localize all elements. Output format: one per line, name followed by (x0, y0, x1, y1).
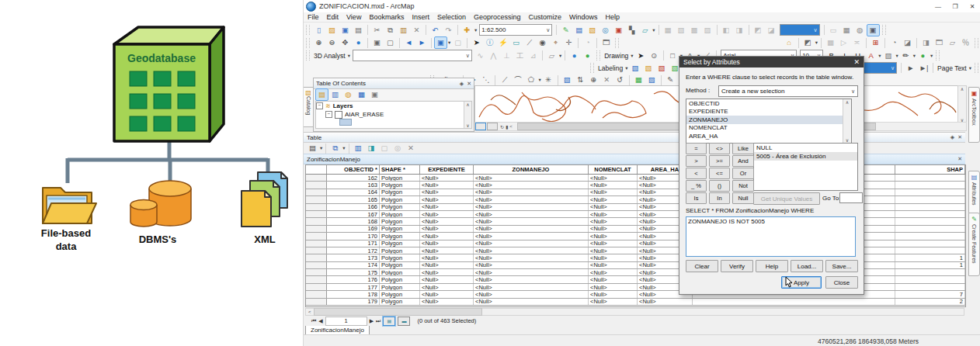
contrast-icon[interactable]: ◧ (720, 24, 733, 36)
toc-title-bar[interactable]: Table Of Contents ◈ ✕ (314, 78, 474, 89)
column-header[interactable]: ZONMANEJO (474, 165, 589, 174)
toc-layers-node[interactable]: − ≋ Layers (316, 102, 471, 110)
layout-view-button[interactable] (487, 123, 498, 130)
operator-button-in[interactable]: In (709, 192, 730, 204)
chevron-down-icon[interactable]: ▾ (652, 27, 655, 33)
operator-button-[interactable]: < (686, 168, 707, 179)
toc-scrollbar[interactable]: ∧∨ (464, 102, 471, 128)
menu-windows[interactable]: Windows (565, 13, 602, 21)
back-extent-icon[interactable]: ◄ (402, 36, 415, 49)
marker-color-icon[interactable]: ● (916, 50, 930, 62)
offset-icon[interactable]: ≍ (850, 36, 864, 49)
row-selector[interactable] (306, 204, 327, 210)
fill-color-icon[interactable]: ▨ (881, 50, 895, 62)
field-item-expediente[interactable]: EXPEDIENTE (686, 108, 851, 116)
rotate-view-icon[interactable]: ▩ (688, 24, 701, 36)
toc-close-icon[interactable]: ✕ (467, 81, 471, 87)
menu-selection[interactable]: Selection (433, 13, 470, 21)
modelbuilder-icon[interactable]: ▱ (638, 24, 652, 36)
snapping-icon[interactable]: ◩ (801, 36, 815, 49)
point-tool-icon[interactable]: ✳ (542, 74, 555, 86)
snapshot-icon[interactable]: ▣ (867, 24, 880, 36)
print-icon[interactable]: ▤ (352, 24, 365, 36)
open-folder-icon[interactable]: ▨ (325, 24, 339, 36)
clear-selection2-icon[interactable]: ▢ (378, 142, 391, 154)
reshape-icon[interactable]: ⇅ (574, 74, 587, 86)
table-row[interactable]: 169Polygon<Null><Null><Null><Null> (306, 226, 965, 233)
line-color-icon[interactable]: ✏ (899, 50, 912, 62)
last-record-icon[interactable]: ⏭ (376, 318, 381, 324)
row-selector[interactable] (306, 262, 327, 268)
new-document-icon[interactable]: ▯ (312, 24, 325, 36)
save-button[interactable]: Save... (825, 260, 858, 272)
chevron-down-icon[interactable]: ▾ (930, 53, 933, 59)
arcscene-icon[interactable]: ● (581, 50, 594, 62)
flicker-icon[interactable]: ▭ (827, 24, 840, 36)
image-analysis-icon[interactable]: ▦ (840, 24, 853, 36)
rotate-icon[interactable]: ↺ (613, 74, 627, 86)
table-row[interactable]: 168Polygon<Null><Null><Null><Null> (306, 218, 965, 225)
row-selector[interactable] (306, 175, 327, 181)
delete-selected-icon[interactable]: ✕ (405, 142, 418, 154)
chevron-down-icon[interactable]: ▾ (878, 53, 881, 59)
edit-vertices-icon[interactable]: ◪ (901, 36, 914, 49)
contour-icon[interactable]: 工 (513, 50, 526, 62)
chevron-down-icon[interactable]: ▾ (538, 77, 540, 83)
swipe-icon[interactable]: ◪ (765, 24, 778, 36)
create-features-tab[interactable]: ✎ Create Features (968, 213, 980, 276)
column-header[interactable]: NOMENCLAT (589, 165, 638, 174)
menu-bookmarks[interactable]: Bookmarks (365, 13, 408, 21)
chevron-down-icon[interactable]: ▾ (631, 53, 633, 59)
chevron-down-icon[interactable]: ▾ (969, 65, 971, 71)
steepest-path-icon[interactable]: ⊥ (500, 50, 513, 62)
table-row[interactable]: 173Polygon<Null><Null><Null><Null>1 (306, 254, 965, 261)
table-row[interactable]: 178Polygon<Null><Null><Null><Null>7 (306, 291, 965, 298)
table-row[interactable]: 172Polygon<Null><Null><Null><Null> (306, 247, 965, 254)
cut-polygons-icon[interactable]: ⊕ (587, 74, 600, 86)
row-selector[interactable] (306, 218, 327, 224)
next-record-icon[interactable]: ▶ (370, 318, 374, 324)
full-extent-icon[interactable]: ● (352, 36, 365, 49)
row-selector[interactable] (306, 240, 327, 247)
table-row[interactable]: 175Polygon<Null><Null><Null><Null> (306, 269, 965, 276)
paste-icon[interactable]: ▥ (397, 24, 410, 36)
row-selector[interactable] (306, 291, 327, 297)
chevron-down-icon[interactable]: ▾ (625, 65, 627, 71)
refresh-view-icon[interactable]: ▨ (701, 24, 714, 36)
clip-icon[interactable]: ▱ (946, 36, 959, 49)
label-manager-icon[interactable]: ▧ (628, 62, 641, 74)
page-text-label[interactable]: Page Text (936, 64, 968, 72)
operator-button-like[interactable]: Like (732, 143, 754, 154)
chevron-down-icon[interactable]: ▾ (474, 27, 477, 33)
effects-layer-combo[interactable]: ∨ (780, 24, 820, 36)
list-by-drawing-order-icon[interactable]: ▤ (315, 88, 328, 101)
table-row[interactable]: 165Polygon<Null><Null><Null><Null> (306, 196, 965, 203)
toolbar-drawing-label[interactable]: Drawing (603, 52, 630, 60)
menu-file[interactable]: File (304, 13, 323, 21)
python-window-icon[interactable]: ▚ (625, 24, 638, 36)
redo-icon[interactable]: ↷ (442, 24, 455, 36)
attributes-icon[interactable]: ▨ (645, 74, 659, 86)
create-features-icon[interactable]: ▦ (632, 74, 645, 86)
operator-button-and[interactable]: And (732, 155, 754, 167)
zoom-to-selected-icon[interactable]: ◎ (391, 142, 405, 154)
last-page-icon[interactable]: ►| (917, 62, 930, 74)
verify-button[interactable]: Verify (721, 260, 753, 272)
zoom-out-icon[interactable]: ⊖ (325, 36, 339, 49)
next-page-icon[interactable]: ► (904, 62, 917, 74)
select-elements-icon[interactable]: ➤ (470, 36, 483, 49)
scale-combo[interactable]: 1:62.500∨ (479, 24, 552, 36)
collapse-icon[interactable]: − (325, 111, 332, 118)
row-selector[interactable] (306, 299, 327, 305)
html-popup-icon[interactable]: ▭ (509, 36, 523, 49)
interpolate-line-icon[interactable]: ∿ (474, 50, 487, 62)
identify-icon[interactable]: ⓘ (483, 36, 496, 49)
table-close-icon[interactable]: ✕ (957, 134, 962, 140)
operator-button-[interactable]: () (709, 180, 730, 192)
table-row[interactable]: 162Polygon<Null><Null><Null><Null> (306, 175, 965, 182)
clear-selection-icon[interactable]: ▢ (451, 36, 464, 49)
transparency-icon[interactable]: ◩ (752, 24, 765, 36)
get-unique-values-button[interactable]: Get Unique Values (753, 192, 820, 205)
measure-icon[interactable]: ⟋ (523, 36, 536, 49)
close-dialog-button[interactable]: Close (825, 276, 858, 289)
